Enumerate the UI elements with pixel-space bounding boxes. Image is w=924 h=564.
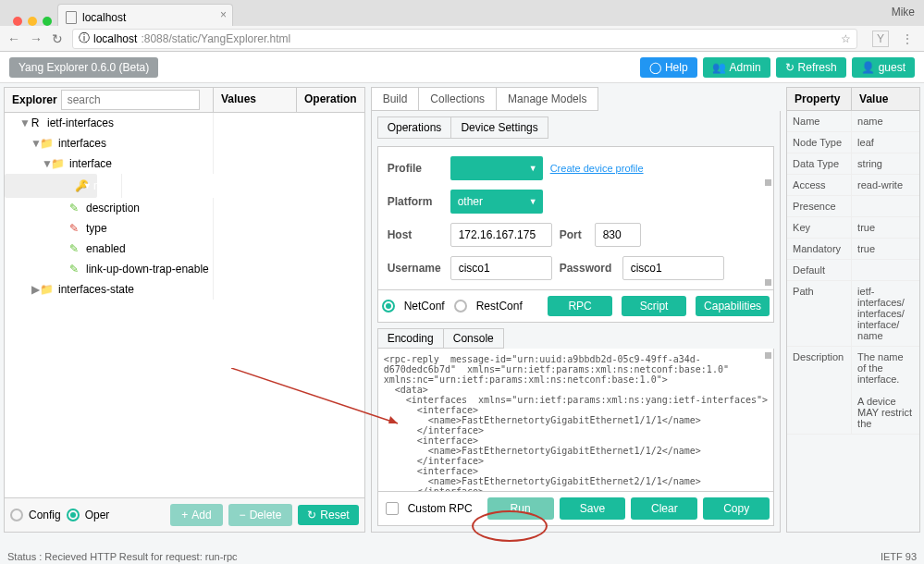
save-button[interactable]: Save <box>560 497 626 520</box>
add-button[interactable]: +Add <box>170 504 222 526</box>
tree-row[interactable]: ✎enabled <box>5 239 364 259</box>
tab-title: localhost <box>82 11 126 24</box>
platform-select[interactable]: other <box>450 190 543 214</box>
tree-row[interactable]: ▶📁interfaces-state <box>5 279 364 300</box>
tree-row[interactable]: ▼📁interface <box>5 153 364 174</box>
oper-radio[interactable] <box>67 509 80 521</box>
operation-header: Operation <box>297 88 364 112</box>
nav-reload-icon[interactable]: ↻ <box>52 31 63 46</box>
property-row: Mandatorytrue <box>787 239 919 260</box>
nav-back-icon[interactable]: ← <box>7 31 20 46</box>
password-input[interactable] <box>622 256 724 280</box>
property-row: Pathietf-interfaces/ interfaces/ interfa… <box>787 281 919 347</box>
admin-button[interactable]: 👥Admin <box>703 57 770 78</box>
subtab-operations[interactable]: Operations <box>378 117 452 138</box>
guest-button[interactable]: 👤guest <box>852 57 915 78</box>
reset-button[interactable]: ↻Reset <box>298 505 358 525</box>
ietf-label: IETF 93 <box>881 551 917 562</box>
refresh-button[interactable]: ↻Refresh <box>776 57 846 78</box>
property-row: DescriptionThe name of the interface.A d… <box>787 347 919 435</box>
tab-collections[interactable]: Collections <box>419 88 497 110</box>
tree-row[interactable]: ✎link-up-down-trap-enable <box>5 259 364 279</box>
browser-user: Mike <box>892 6 915 18</box>
create-profile-link[interactable]: Create device profile <box>550 163 644 174</box>
menu-icon[interactable]: ⋮ <box>902 32 913 45</box>
profile-select[interactable] <box>450 156 543 180</box>
netconf-radio[interactable] <box>382 300 395 313</box>
tab-manage[interactable]: Manage Models <box>497 88 598 110</box>
plus-icon: + <box>181 509 188 521</box>
platform-label: Platform <box>388 195 443 208</box>
bookmark-icon[interactable]: ☆ <box>841 32 851 45</box>
tab-console[interactable]: Console <box>444 329 503 348</box>
refresh-icon: ↻ <box>785 61 795 74</box>
custom-rpc-checkbox[interactable] <box>386 502 399 515</box>
search-input[interactable] <box>61 90 200 110</box>
tab-build[interactable]: Build <box>372 88 420 110</box>
user-icon: 👤 <box>861 61 875 74</box>
minus-icon: − <box>240 509 246 521</box>
config-radio[interactable] <box>10 509 23 521</box>
netconf-label: NetConf <box>404 300 445 313</box>
property-table: NamenameNode TypeleafData TypestringAcce… <box>787 111 919 435</box>
tree-row[interactable]: ✎description <box>5 198 364 218</box>
info-icon: ⓘ <box>79 31 90 46</box>
tab-encoding[interactable]: Encoding <box>378 329 444 348</box>
tree-row[interactable]: 🔑name <box>5 174 97 198</box>
profile-label: Profile <box>388 162 443 175</box>
port-input[interactable] <box>595 223 641 247</box>
reset-icon: ↻ <box>307 509 316 521</box>
oper-label: Oper <box>85 509 110 521</box>
host-label: Host <box>388 228 443 241</box>
page-icon <box>66 11 77 24</box>
script-button[interactable]: Script <box>622 296 686 316</box>
github-icon: ◯ <box>649 61 661 74</box>
tree-row[interactable]: ✎type <box>5 218 364 239</box>
rpc-button[interactable]: RPC <box>548 296 612 316</box>
tree-row[interactable]: ▼📁interfaces <box>5 133 364 153</box>
property-row: Node Typeleaf <box>787 132 919 153</box>
values-header: Values <box>214 88 297 112</box>
value-header: Value <box>852 88 895 110</box>
ext-icon[interactable]: Y <box>872 31 889 47</box>
property-header: Property <box>787 88 852 110</box>
explorer-header: Explorer <box>5 88 214 112</box>
delete-button[interactable]: −Delete <box>228 504 293 526</box>
run-button[interactable]: Run <box>487 497 554 520</box>
browser-tab[interactable]: localhost × <box>57 4 233 26</box>
password-label: Password <box>560 262 615 275</box>
explorer-tree[interactable]: ▼Rietf-interfaces▼📁interfaces▼📁interface… <box>4 113 365 498</box>
app-title: Yang Explorer 0.6.0 (Beta) <box>9 57 158 78</box>
host-input[interactable] <box>450 223 552 247</box>
url-host: localhost <box>93 32 137 45</box>
port-label: Port <box>560 228 587 241</box>
tree-row[interactable]: ▼Rietf-interfaces <box>5 113 364 133</box>
clear-button[interactable]: Clear <box>631 497 697 520</box>
url-path: :8088/static/YangExplorer.html <box>141 32 290 45</box>
username-label: Username <box>388 262 443 275</box>
address-bar[interactable]: ⓘ localhost:8088/static/YangExplorer.htm… <box>72 29 857 49</box>
property-row: Keytrue <box>787 217 919 239</box>
rpc-output[interactable]: <rpc-reply message-id="urn:uuid:a9bbdb2d… <box>377 349 774 492</box>
config-label: Config <box>29 509 61 521</box>
property-row: Accessread-write <box>787 175 919 196</box>
nav-fwd-icon[interactable]: → <box>30 31 43 46</box>
caps-button[interactable]: Capabilities <box>696 296 770 316</box>
users-icon: 👥 <box>712 61 726 74</box>
subtab-device[interactable]: Device Settings <box>451 117 547 138</box>
username-input[interactable] <box>450 256 552 280</box>
property-row: Namename <box>787 111 919 132</box>
close-tab-icon[interactable]: × <box>220 8 227 21</box>
help-button[interactable]: ◯Help <box>640 57 697 78</box>
property-row: Data Typestring <box>787 153 919 175</box>
property-row: Default <box>787 260 919 281</box>
custom-rpc-label: Custom RPC <box>408 502 473 515</box>
status-text: Status : Recieved HTTP Result for reques… <box>7 551 238 562</box>
property-row: Presence <box>787 196 919 217</box>
restconf-radio[interactable] <box>454 300 467 313</box>
copy-button[interactable]: Copy <box>703 497 770 520</box>
restconf-label: RestConf <box>476 300 523 313</box>
